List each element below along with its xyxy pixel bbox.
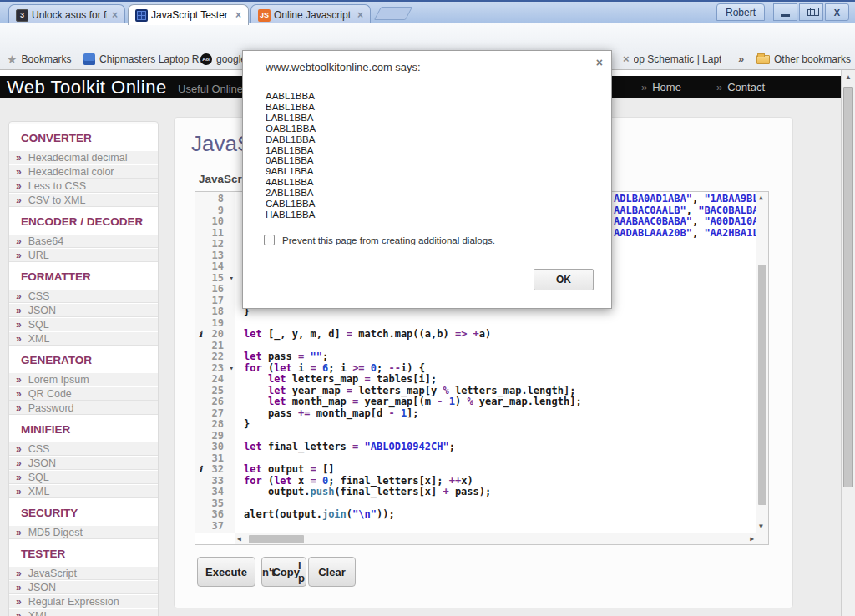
sidebar-item-xml[interactable]: »XML — [9, 608, 158, 616]
tab-close-icon[interactable]: × — [110, 9, 119, 21]
scroll-up-icon[interactable]: ▲ — [759, 194, 763, 202]
code-token: month_map[d — [310, 408, 388, 420]
bookmark-item[interactable]: ×op Schematic | Lapt — [623, 48, 721, 69]
page-scroll-thumb[interactable] — [843, 87, 853, 487]
code-token: ; — [377, 363, 388, 375]
dialog-message: AABL1BBABABL1BBALABL1BBAOABL1BBADABL1BBA… — [266, 91, 316, 220]
bookmark-label: op Schematic | Lapt — [634, 53, 722, 65]
scroll-up-icon[interactable]: ▲ — [845, 73, 852, 81]
sidebar-item-less-to-css[interactable]: »Less to CSS — [9, 179, 158, 193]
sidebar-item-javascript[interactable]: »JavaScript — [9, 566, 158, 580]
line-number: 19 — [195, 318, 235, 330]
bookmark-item[interactable]: ★Bookmarks — [7, 48, 72, 69]
fold-arrow-icon[interactable]: ▾ — [230, 273, 234, 285]
sidebar-item-regular-expression[interactable]: »Regular Expression — [9, 594, 158, 608]
sidebar: CONVERTER»Hexadecimal decimal»Hexadecima… — [8, 121, 159, 616]
tab-2[interactable]: JavaScript Tester online× — [128, 4, 249, 25]
code-token: let — [268, 386, 286, 397]
sidebar-item-hexadecimal-color[interactable]: »Hexadecimal color — [9, 164, 158, 179]
code-token: let — [244, 351, 262, 363]
sidebar-item-url[interactable]: »URL — [9, 248, 158, 262]
sidebar-item-json[interactable]: »JSON — [9, 303, 158, 317]
clear-button[interactable]: Clear — [308, 557, 356, 587]
site-logo[interactable]: Web Toolkit Online — [7, 77, 167, 98]
code-token: 6 — [322, 363, 328, 375]
sidebar-item-lorem-ipsum[interactable]: »Lorem Ipsum — [9, 372, 158, 386]
tab-strip: 3Unlock asus for free - Page 1×JavaScrip… — [0, 0, 855, 23]
sidebar-item-sql[interactable]: »SQL — [9, 470, 158, 484]
code-token: ( — [262, 476, 274, 487]
bookmark-item[interactable]: Chipmasters Laptop Rep — [83, 48, 210, 69]
sidebar-item-label: SQL — [28, 319, 49, 331]
line-number: 36 — [195, 509, 235, 521]
sidebar-item-md5-digest[interactable]: »MD5 Digest — [9, 525, 158, 539]
sidebar-item-label: CSS — [28, 290, 50, 302]
code-token: let — [244, 464, 262, 476]
x-favicon-icon: × — [623, 53, 630, 65]
bookmark-item[interactable]: Aolgoogle — [200, 48, 246, 69]
sidebar-item-sql[interactable]: »SQL — [9, 317, 158, 331]
code-token: , — [692, 194, 704, 205]
code-token: ADLBA0AD1ABA" — [614, 194, 692, 205]
copy-button[interactable]: n't Copy l p — [261, 557, 306, 587]
bookmark-item[interactable]: Other bookmarks — [756, 48, 851, 69]
code-token: i — [292, 363, 311, 375]
editor-horizontal-scrollbar[interactable]: ◀ ▶ — [235, 533, 756, 544]
bookmark-item[interactable]: » — [738, 48, 744, 69]
horizontal-scroll-thumb[interactable] — [249, 535, 304, 543]
dialog-message-line: BABL1BBA — [266, 102, 316, 113]
sidebar-item-xml[interactable]: »XML — [9, 331, 158, 346]
scroll-left-icon[interactable]: ◀ — [237, 535, 241, 543]
vertical-scroll-thumb[interactable] — [758, 265, 766, 505]
fold-arrow-icon[interactable]: ▾ — [230, 363, 234, 375]
line-number: 27 — [195, 408, 235, 420]
code-token: match.map((a,b) — [352, 329, 455, 341]
nav-home[interactable]: »Home — [641, 81, 681, 93]
code-token: output — [262, 464, 311, 476]
overflow-chevron-icon[interactable]: » — [738, 53, 744, 65]
sidebar-item-hexadecimal-decimal[interactable]: »Hexadecimal decimal — [9, 150, 158, 164]
bookmark-label: Bookmarks — [22, 53, 72, 65]
code-token: => — [455, 329, 467, 341]
sidebar-item-password[interactable]: »Password — [9, 401, 158, 415]
close-button[interactable]: X — [825, 3, 849, 21]
sidebar-item-base64[interactable]: »Base64 — [9, 234, 158, 248]
line-number: 13 — [195, 250, 235, 262]
sidebar-item-css[interactable]: »CSS — [9, 289, 158, 303]
tab-3[interactable]: JSOnline Javascript Editor× — [250, 4, 371, 25]
sidebar-item-json[interactable]: »JSON — [9, 456, 158, 470]
code-token: "BAC0BALBAA — [698, 205, 756, 217]
sidebar-item-qr-code[interactable]: »QR Code — [9, 386, 158, 401]
code-token — [443, 396, 448, 408]
tab-close-icon[interactable]: × — [234, 9, 243, 21]
sidebar-section-title: MINIFIER — [9, 415, 158, 442]
profile-button[interactable]: Robert — [716, 3, 765, 21]
scroll-down-icon[interactable]: ▼ — [759, 523, 763, 531]
code-token: = — [311, 363, 316, 375]
chevron-icon: » — [16, 305, 22, 316]
code-token: AADABLAAA20B" — [614, 228, 692, 240]
page-scrollbar[interactable]: ▲ — [841, 70, 855, 616]
maximize-button[interactable] — [799, 3, 823, 21]
chevron-icon: » — [16, 388, 22, 400]
tab-close-icon[interactable]: × — [356, 9, 365, 21]
prevent-dialogs-checkbox[interactable] — [264, 235, 275, 245]
sidebar-item-css[interactable]: »CSS — [9, 442, 158, 456]
tab-1[interactable]: 3Unlock asus for free - Page 1× — [8, 4, 125, 25]
dialog-close-icon[interactable]: × — [596, 56, 603, 69]
sidebar-item-csv-to-xml[interactable]: »CSV to XML — [9, 193, 158, 207]
editor-vertical-scrollbar[interactable]: ▲ ▼ — [756, 192, 768, 533]
ok-button[interactable]: OK — [534, 269, 594, 290]
sidebar-item-label: Base64 — [28, 235, 63, 247]
execute-button[interactable]: Execute — [197, 557, 255, 587]
minimize-button[interactable] — [773, 3, 797, 21]
code-line: } — [244, 419, 756, 431]
sidebar-item-xml[interactable]: »XML — [9, 484, 158, 498]
nav-contact[interactable]: »Contact — [716, 81, 765, 93]
new-tab-button[interactable] — [374, 7, 413, 20]
sidebar-item-label: Password — [28, 402, 74, 414]
sidebar-item-label: Less to CSS — [28, 180, 86, 192]
code-token: ++ — [449, 476, 461, 487]
scroll-right-icon[interactable]: ▶ — [750, 535, 754, 543]
sidebar-item-json[interactable]: »JSON — [9, 580, 158, 594]
